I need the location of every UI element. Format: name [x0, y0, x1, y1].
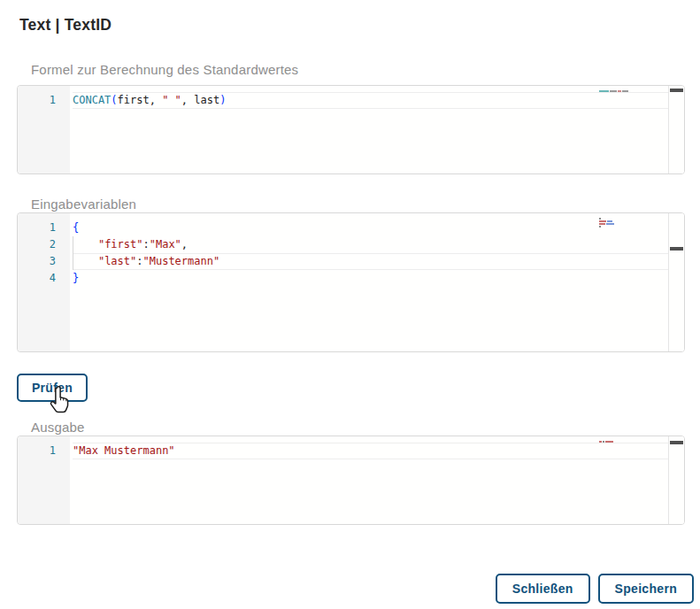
dialog: Text | TextID Formel zur Berechnung des …: [0, 0, 700, 609]
output-section-label: Ausgabe: [31, 420, 85, 435]
check-button[interactable]: Prüfen: [17, 374, 88, 402]
formula-section-label: Formel zur Berechnung des Standardwertes: [31, 62, 298, 77]
ruler-cursor-marker: [670, 89, 683, 92]
output-code-editor[interactable]: 1 "Max Mustermann": [17, 436, 685, 525]
code-area[interactable]: "Max Mustermann": [70, 436, 668, 524]
line-number-gutter: 1: [18, 86, 70, 173]
input-variables-code-editor[interactable]: 1234 { "first":"Max", "last":"Mustermann…: [17, 212, 685, 352]
code-area[interactable]: { "first":"Max", "last":"Mustermann"}: [70, 213, 668, 351]
minimap: [599, 90, 666, 93]
save-button[interactable]: Speichern: [598, 574, 694, 604]
input-section-label: Eingabevariablen: [31, 197, 136, 212]
scrollbar-ruler[interactable]: [668, 436, 684, 524]
line-number-gutter: 1: [18, 436, 70, 524]
scrollbar-ruler[interactable]: [668, 213, 684, 351]
footer-button-bar: Schließen Speichern: [496, 574, 694, 604]
page-title: Text | TextID: [19, 16, 112, 35]
minimap: [599, 218, 666, 228]
ruler-cursor-marker: [670, 247, 683, 251]
indent-guide: [73, 236, 73, 270]
formula-code-editor[interactable]: 1 CONCAT(first, " ", last): [17, 85, 685, 174]
scrollbar-ruler[interactable]: [668, 86, 684, 173]
code-area[interactable]: CONCAT(first, " ", last): [70, 86, 668, 173]
minimap: [599, 441, 666, 443]
close-button[interactable]: Schließen: [496, 574, 590, 604]
line-number-gutter: 1234: [18, 213, 70, 351]
ruler-cursor-marker: [670, 441, 683, 444]
